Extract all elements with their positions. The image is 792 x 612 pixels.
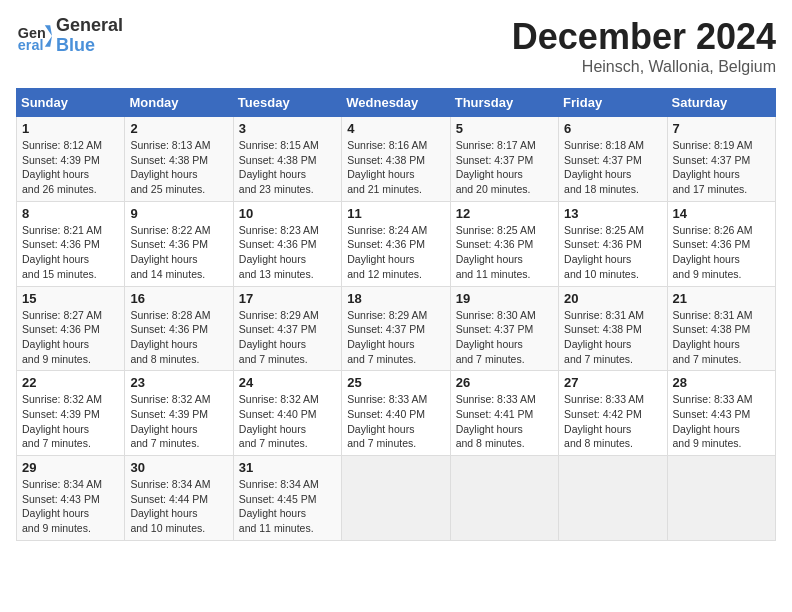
- day-info: Sunrise: 8:15 AM Sunset: 4:38 PM Dayligh…: [239, 138, 336, 197]
- day-number: 23: [130, 375, 227, 390]
- day-number: 13: [564, 206, 661, 221]
- day-info: Sunrise: 8:28 AM Sunset: 4:36 PM Dayligh…: [130, 308, 227, 367]
- day-number: 21: [673, 291, 770, 306]
- calendar-body: 1 Sunrise: 8:12 AM Sunset: 4:39 PM Dayli…: [17, 117, 776, 541]
- day-info: Sunrise: 8:30 AM Sunset: 4:37 PM Dayligh…: [456, 308, 553, 367]
- calendar-cell: 12 Sunrise: 8:25 AM Sunset: 4:36 PM Dayl…: [450, 201, 558, 286]
- calendar-cell: 9 Sunrise: 8:22 AM Sunset: 4:36 PM Dayli…: [125, 201, 233, 286]
- calendar-cell: 22 Sunrise: 8:32 AM Sunset: 4:39 PM Dayl…: [17, 371, 125, 456]
- calendar-cell: 8 Sunrise: 8:21 AM Sunset: 4:36 PM Dayli…: [17, 201, 125, 286]
- calendar-cell: 2 Sunrise: 8:13 AM Sunset: 4:38 PM Dayli…: [125, 117, 233, 202]
- day-number: 6: [564, 121, 661, 136]
- calendar-cell: 23 Sunrise: 8:32 AM Sunset: 4:39 PM Dayl…: [125, 371, 233, 456]
- day-info: Sunrise: 8:23 AM Sunset: 4:36 PM Dayligh…: [239, 223, 336, 282]
- day-info: Sunrise: 8:34 AM Sunset: 4:45 PM Dayligh…: [239, 477, 336, 536]
- logo-icon: Gen eral: [16, 18, 52, 54]
- day-number: 22: [22, 375, 119, 390]
- day-of-week-thursday: Thursday: [450, 89, 558, 117]
- day-of-week-wednesday: Wednesday: [342, 89, 450, 117]
- day-number: 27: [564, 375, 661, 390]
- day-info: Sunrise: 8:32 AM Sunset: 4:40 PM Dayligh…: [239, 392, 336, 451]
- calendar-cell: 24 Sunrise: 8:32 AM Sunset: 4:40 PM Dayl…: [233, 371, 341, 456]
- day-info: Sunrise: 8:24 AM Sunset: 4:36 PM Dayligh…: [347, 223, 444, 282]
- calendar-cell: 25 Sunrise: 8:33 AM Sunset: 4:40 PM Dayl…: [342, 371, 450, 456]
- calendar-cell: 30 Sunrise: 8:34 AM Sunset: 4:44 PM Dayl…: [125, 456, 233, 541]
- day-info: Sunrise: 8:17 AM Sunset: 4:37 PM Dayligh…: [456, 138, 553, 197]
- calendar-cell: 18 Sunrise: 8:29 AM Sunset: 4:37 PM Dayl…: [342, 286, 450, 371]
- day-number: 18: [347, 291, 444, 306]
- day-info: Sunrise: 8:21 AM Sunset: 4:36 PM Dayligh…: [22, 223, 119, 282]
- day-of-week-sunday: Sunday: [17, 89, 125, 117]
- calendar-cell: [559, 456, 667, 541]
- day-number: 10: [239, 206, 336, 221]
- calendar-cell: 21 Sunrise: 8:31 AM Sunset: 4:38 PM Dayl…: [667, 286, 775, 371]
- title-block: December 2024 Heinsch, Wallonia, Belgium: [512, 16, 776, 76]
- calendar-table: SundayMondayTuesdayWednesdayThursdayFrid…: [16, 88, 776, 541]
- logo: Gen eral General Blue: [16, 16, 123, 56]
- page-header: Gen eral General Blue December 2024 Hein…: [16, 16, 776, 76]
- calendar-header-row: SundayMondayTuesdayWednesdayThursdayFrid…: [17, 89, 776, 117]
- calendar-cell: 5 Sunrise: 8:17 AM Sunset: 4:37 PM Dayli…: [450, 117, 558, 202]
- day-number: 11: [347, 206, 444, 221]
- day-number: 31: [239, 460, 336, 475]
- calendar-cell: 15 Sunrise: 8:27 AM Sunset: 4:36 PM Dayl…: [17, 286, 125, 371]
- day-number: 5: [456, 121, 553, 136]
- day-info: Sunrise: 8:26 AM Sunset: 4:36 PM Dayligh…: [673, 223, 770, 282]
- calendar-week-4: 22 Sunrise: 8:32 AM Sunset: 4:39 PM Dayl…: [17, 371, 776, 456]
- day-number: 16: [130, 291, 227, 306]
- svg-marker-2: [45, 25, 52, 47]
- calendar-week-3: 15 Sunrise: 8:27 AM Sunset: 4:36 PM Dayl…: [17, 286, 776, 371]
- day-info: Sunrise: 8:33 AM Sunset: 4:41 PM Dayligh…: [456, 392, 553, 451]
- day-info: Sunrise: 8:12 AM Sunset: 4:39 PM Dayligh…: [22, 138, 119, 197]
- day-info: Sunrise: 8:29 AM Sunset: 4:37 PM Dayligh…: [239, 308, 336, 367]
- day-of-week-tuesday: Tuesday: [233, 89, 341, 117]
- calendar-cell: 17 Sunrise: 8:29 AM Sunset: 4:37 PM Dayl…: [233, 286, 341, 371]
- svg-text:eral: eral: [18, 37, 44, 53]
- day-number: 7: [673, 121, 770, 136]
- day-number: 12: [456, 206, 553, 221]
- day-number: 30: [130, 460, 227, 475]
- day-info: Sunrise: 8:13 AM Sunset: 4:38 PM Dayligh…: [130, 138, 227, 197]
- day-info: Sunrise: 8:33 AM Sunset: 4:42 PM Dayligh…: [564, 392, 661, 451]
- day-number: 28: [673, 375, 770, 390]
- day-info: Sunrise: 8:18 AM Sunset: 4:37 PM Dayligh…: [564, 138, 661, 197]
- calendar-cell: 26 Sunrise: 8:33 AM Sunset: 4:41 PM Dayl…: [450, 371, 558, 456]
- calendar-cell: 28 Sunrise: 8:33 AM Sunset: 4:43 PM Dayl…: [667, 371, 775, 456]
- calendar-cell: 6 Sunrise: 8:18 AM Sunset: 4:37 PM Dayli…: [559, 117, 667, 202]
- calendar-title: December 2024: [512, 16, 776, 58]
- calendar-cell: 19 Sunrise: 8:30 AM Sunset: 4:37 PM Dayl…: [450, 286, 558, 371]
- day-number: 25: [347, 375, 444, 390]
- calendar-cell: 13 Sunrise: 8:25 AM Sunset: 4:36 PM Dayl…: [559, 201, 667, 286]
- day-of-week-monday: Monday: [125, 89, 233, 117]
- day-info: Sunrise: 8:34 AM Sunset: 4:44 PM Dayligh…: [130, 477, 227, 536]
- day-number: 1: [22, 121, 119, 136]
- day-info: Sunrise: 8:22 AM Sunset: 4:36 PM Dayligh…: [130, 223, 227, 282]
- calendar-cell: 14 Sunrise: 8:26 AM Sunset: 4:36 PM Dayl…: [667, 201, 775, 286]
- calendar-subtitle: Heinsch, Wallonia, Belgium: [512, 58, 776, 76]
- day-number: 24: [239, 375, 336, 390]
- day-of-week-saturday: Saturday: [667, 89, 775, 117]
- calendar-cell: 31 Sunrise: 8:34 AM Sunset: 4:45 PM Dayl…: [233, 456, 341, 541]
- day-of-week-friday: Friday: [559, 89, 667, 117]
- day-number: 15: [22, 291, 119, 306]
- logo-text: General Blue: [56, 16, 123, 56]
- calendar-cell: 7 Sunrise: 8:19 AM Sunset: 4:37 PM Dayli…: [667, 117, 775, 202]
- day-number: 26: [456, 375, 553, 390]
- calendar-week-1: 1 Sunrise: 8:12 AM Sunset: 4:39 PM Dayli…: [17, 117, 776, 202]
- day-info: Sunrise: 8:33 AM Sunset: 4:40 PM Dayligh…: [347, 392, 444, 451]
- calendar-cell: [450, 456, 558, 541]
- day-number: 3: [239, 121, 336, 136]
- day-number: 8: [22, 206, 119, 221]
- day-info: Sunrise: 8:19 AM Sunset: 4:37 PM Dayligh…: [673, 138, 770, 197]
- calendar-week-2: 8 Sunrise: 8:21 AM Sunset: 4:36 PM Dayli…: [17, 201, 776, 286]
- day-info: Sunrise: 8:31 AM Sunset: 4:38 PM Dayligh…: [564, 308, 661, 367]
- day-info: Sunrise: 8:32 AM Sunset: 4:39 PM Dayligh…: [22, 392, 119, 451]
- day-number: 9: [130, 206, 227, 221]
- day-info: Sunrise: 8:16 AM Sunset: 4:38 PM Dayligh…: [347, 138, 444, 197]
- day-info: Sunrise: 8:25 AM Sunset: 4:36 PM Dayligh…: [456, 223, 553, 282]
- calendar-cell: 16 Sunrise: 8:28 AM Sunset: 4:36 PM Dayl…: [125, 286, 233, 371]
- day-info: Sunrise: 8:29 AM Sunset: 4:37 PM Dayligh…: [347, 308, 444, 367]
- day-info: Sunrise: 8:27 AM Sunset: 4:36 PM Dayligh…: [22, 308, 119, 367]
- calendar-cell: [342, 456, 450, 541]
- day-number: 2: [130, 121, 227, 136]
